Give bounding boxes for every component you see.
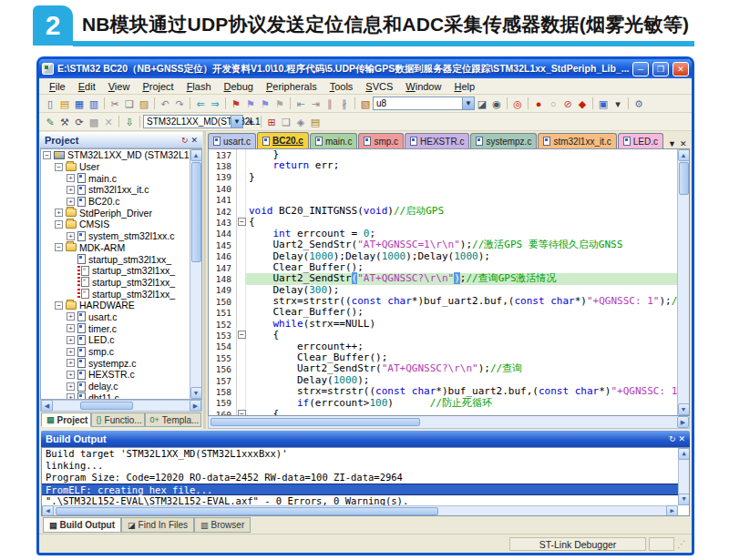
resize-grip-icon[interactable]: ⋰ [677, 537, 689, 551]
tree-item[interactable]: +systempz.c [41, 357, 201, 369]
tree-item[interactable]: −CMSIS [41, 219, 201, 230]
manage-books-icon[interactable]: ❏ [279, 115, 293, 129]
editor-tab-stm32l1xxitc[interactable]: stm32l1xx_it.c [538, 133, 616, 148]
batch-build-icon[interactable]: ▩ [87, 115, 101, 129]
code-text[interactable]: { [246, 409, 677, 415]
menu-svcs[interactable]: SVCS [359, 80, 399, 93]
tab-templa[interactable]: 0+Templa... [145, 412, 201, 427]
tree-item[interactable]: +main.c [41, 172, 201, 184]
tab-find-in-files[interactable]: ◪Find In Files [121, 517, 194, 533]
menu-debug[interactable]: Debug [218, 80, 260, 93]
tree-item[interactable]: −STM32L1XX_MD (STM32L1xxxB [41, 149, 201, 161]
editor-tab-systempzc[interactable]: systempz.c [470, 133, 537, 148]
nav-back-icon[interactable]: ⇐ [193, 97, 208, 111]
file-extensions-icon[interactable]: ▤ [308, 115, 323, 129]
find-icon[interactable]: ◉ [489, 97, 504, 111]
editor-tab-smpc[interactable]: smp.c [358, 133, 404, 148]
find-in-files-icon[interactable]: ◪ [475, 97, 489, 111]
expand-icon[interactable]: + [67, 382, 75, 391]
configure-wrench-icon[interactable]: ⚙ [631, 97, 646, 111]
menu-file[interactable]: File [43, 80, 72, 93]
expand-icon[interactable]: + [67, 348, 75, 356]
breakpoint-icon[interactable]: ● [531, 97, 546, 111]
scroll-thumb[interactable] [56, 507, 438, 515]
editor-tab-hexstrc[interactable]: HEXSTR.c [405, 133, 469, 148]
tree-item[interactable]: −User [41, 161, 201, 173]
build-output-log[interactable]: Build target 'STM32L1XX_MD(STM32L1xxxBxx… [41, 447, 690, 516]
tab-browser[interactable]: ▥Browser [194, 517, 251, 533]
panel-close-icon[interactable]: ✕ [190, 135, 198, 146]
build-output-hscrollbar[interactable]: ◀▶ [42, 505, 678, 515]
bookmark-next-icon[interactable]: ⚑ [258, 97, 272, 111]
code-text[interactable] [246, 183, 677, 194]
tree-item[interactable]: +system_stm32l1xx.c [41, 230, 201, 242]
tree-item[interactable]: +HEXSTR.c [41, 369, 201, 381]
open-folder-icon[interactable]: ▤ [57, 97, 72, 111]
tree-item[interactable]: +smp.c [41, 346, 201, 358]
code-line[interactable]: 138 return err; [209, 160, 677, 171]
expand-icon[interactable]: + [67, 232, 75, 240]
code-text[interactable]: if(errcount>100) //防止死循环 [246, 398, 677, 409]
save-icon[interactable]: ▦ [72, 97, 87, 111]
debug-search-icon[interactable]: ◎ [510, 97, 525, 111]
build-log-line[interactable]: Program Size: Code=12020 RO-data=2452 RW… [42, 472, 689, 484]
window-titlebar[interactable]: E:\STM32 BC20（NB+GNSS定位）开发资料V1.0\10.程序代码… [39, 59, 692, 78]
editor-tab-ledc[interactable]: LED.c [618, 133, 663, 148]
breakpoint-disable-icon[interactable]: ⊘ [560, 97, 575, 111]
menu-help[interactable]: Help [447, 80, 481, 93]
menu-window[interactable]: Window [399, 80, 447, 93]
scroll-thumb[interactable] [679, 162, 689, 195]
tree-item[interactable]: +delay.c [41, 381, 201, 392]
cut-icon[interactable]: ✂ [108, 97, 122, 111]
scroll-right-icon[interactable]: ▶ [677, 416, 689, 428]
expand-icon[interactable]: + [67, 359, 75, 367]
scroll-up-icon[interactable]: ▲ [190, 149, 202, 161]
dock-icon[interactable]: ↻ [669, 433, 676, 444]
code-area[interactable]: 137 }138 return err;139}140141142void BC… [208, 148, 690, 416]
tree-item[interactable]: +LED.c [41, 334, 201, 346]
scroll-left-icon[interactable]: ◀ [41, 400, 53, 412]
project-tree-hscrollbar[interactable]: ◀ ▶ [40, 400, 202, 412]
tab-close-icon[interactable]: ✕ [680, 139, 687, 148]
expand-icon[interactable]: + [67, 174, 75, 182]
tree-item[interactable]: +StdPeriph_Driver [41, 207, 201, 219]
rebuild-icon[interactable]: ⟳ [72, 115, 87, 129]
unindent-icon[interactable]: ⇤ [293, 97, 308, 111]
tree-item[interactable]: startup_stm32l1xx_ [41, 277, 201, 289]
menu-project[interactable]: Project [136, 80, 180, 93]
expand-icon[interactable]: + [67, 336, 75, 344]
editor-vscrollbar[interactable]: ▲ ▼ [677, 149, 689, 415]
bookmark-clear-icon[interactable]: ⚑ [272, 97, 287, 111]
scroll-left-icon[interactable]: ◀ [42, 505, 54, 517]
nav-forward-icon[interactable]: ⇒ [208, 97, 222, 111]
tab-functio[interactable]: {}Functio... [91, 412, 145, 427]
minimize-button[interactable]: ─ [632, 62, 649, 76]
editor-tab-bc20c[interactable]: BC20.c [257, 132, 309, 148]
fold-collapse-icon[interactable]: − [238, 218, 246, 226]
layout-dropdown-icon[interactable]: ▾ [611, 97, 625, 111]
menu-flash[interactable]: Flash [180, 80, 218, 93]
new-file-icon[interactable]: ▯ [43, 97, 57, 111]
dock-icon[interactable]: ↻ [181, 135, 189, 146]
collapse-icon[interactable]: − [55, 220, 63, 229]
editor-tab-usartc[interactable]: usart.c [208, 133, 256, 148]
expand-icon[interactable]: + [67, 198, 75, 206]
expand-icon[interactable]: + [67, 393, 75, 400]
stop-build-icon[interactable]: ✕ [101, 115, 116, 129]
code-text[interactable]: while(strx==NULL) [246, 319, 677, 330]
scroll-down-icon[interactable]: ▼ [678, 403, 690, 415]
bookmark-prev-icon[interactable]: ⚑ [243, 97, 258, 111]
comment-icon[interactable]: ∥ [323, 97, 337, 111]
collapse-icon[interactable]: − [55, 301, 63, 310]
menu-view[interactable]: View [102, 80, 137, 93]
code-text[interactable]: return err; [246, 160, 677, 171]
collapse-icon[interactable]: − [55, 243, 63, 251]
menu-peripherals[interactable]: Peripherals [260, 80, 323, 93]
tree-item[interactable]: −MDK-ARM [41, 242, 201, 254]
expand-icon[interactable]: + [67, 371, 75, 379]
build-log-line[interactable]: Build target 'STM32L1XX_MD(STM32L1xxxBxx… [42, 448, 689, 460]
tree-item[interactable]: startup_stm32l1xx_ [41, 253, 201, 265]
code-text[interactable]: void BC20_INITGNSS(void)//启动GPS [246, 206, 677, 217]
tree-item[interactable]: −HARDWARE [41, 300, 201, 311]
manage-dialogs-icon[interactable]: ◈ [293, 115, 308, 129]
